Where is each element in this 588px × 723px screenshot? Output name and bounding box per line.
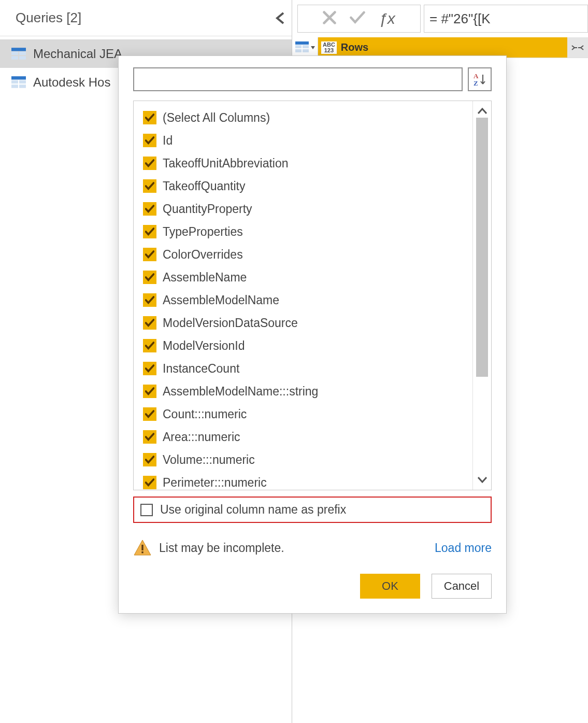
confirm-formula-icon[interactable] xyxy=(350,11,365,27)
formula-toolbar: ƒx xyxy=(297,5,421,33)
column-checklist-item[interactable]: AssembleName xyxy=(143,266,472,289)
column-checklist-item[interactable]: InstanceCount xyxy=(143,357,472,380)
checkmark-icon xyxy=(143,248,156,261)
scroll-up-icon[interactable] xyxy=(476,104,489,118)
checkmark-icon xyxy=(143,476,156,489)
use-original-prefix-checkbox[interactable]: Use original column name as prefix xyxy=(133,497,492,523)
column-checklist-item[interactable]: (Select All Columns) xyxy=(143,106,472,129)
load-more-link[interactable]: Load more xyxy=(435,541,492,555)
svg-text:Z: Z xyxy=(474,79,478,87)
checkmark-icon xyxy=(143,430,156,444)
checkmark-icon xyxy=(143,111,156,124)
warning-icon xyxy=(133,538,152,557)
scroll-down-icon[interactable] xyxy=(476,473,489,487)
svg-text:A: A xyxy=(474,72,479,80)
svg-rect-13 xyxy=(295,49,302,52)
svg-rect-14 xyxy=(303,49,309,52)
column-checklist-item[interactable]: ModelVersionDataSource xyxy=(143,311,472,334)
svg-rect-17 xyxy=(141,545,143,550)
column-name: TypeProperties xyxy=(163,225,243,239)
checkmark-icon xyxy=(143,271,156,284)
column-name: QuantityProperty xyxy=(163,202,252,216)
column-name: InstanceCount xyxy=(163,362,239,376)
column-checklist-item[interactable]: ColorOverrides xyxy=(143,243,472,266)
fx-icon[interactable]: ƒx xyxy=(379,11,395,26)
column-checklist-item[interactable]: AssembleModelName xyxy=(143,289,472,311)
collapse-pane-icon[interactable] xyxy=(274,12,286,24)
query-label: Autodesk Hos xyxy=(33,75,110,90)
svg-rect-3 xyxy=(11,56,18,59)
svg-rect-5 xyxy=(11,76,26,79)
column-name: Id xyxy=(163,134,173,148)
scroll-track[interactable] xyxy=(473,118,491,473)
checkmark-icon xyxy=(143,385,156,398)
table-options-button[interactable] xyxy=(292,37,318,58)
svg-rect-0 xyxy=(11,48,26,51)
checkmark-icon xyxy=(143,339,156,352)
column-name: AssembleModelName xyxy=(163,293,279,307)
svg-rect-4 xyxy=(19,56,26,59)
column-name: Area:::numeric xyxy=(163,430,240,444)
checkmark-icon xyxy=(143,202,156,216)
column-name: AssembleModelName:::string xyxy=(163,385,318,399)
checkmark-icon xyxy=(143,179,156,193)
column-label: Rows xyxy=(341,41,368,53)
cancel-formula-icon[interactable] xyxy=(323,11,336,27)
table-icon xyxy=(11,48,26,60)
svg-rect-2 xyxy=(19,51,26,54)
column-checklist-item[interactable]: Area:::numeric xyxy=(143,426,472,448)
column-name: ColorOverrides xyxy=(163,248,243,262)
prefix-label: Use original column name as prefix xyxy=(160,503,346,517)
column-checklist-item[interactable]: Perimeter:::numeric xyxy=(143,471,472,490)
column-header-rows[interactable]: ABC 123 Rows xyxy=(318,37,588,58)
column-checklist-item[interactable]: TakeoffQuantity xyxy=(143,175,472,197)
checkmark-icon xyxy=(143,225,156,238)
formula-input[interactable]: = #"26"{[K xyxy=(424,5,588,33)
column-checklist-item[interactable]: TypeProperties xyxy=(143,220,472,243)
scroll-thumb[interactable] xyxy=(476,118,488,377)
queries-title: Queries [2] xyxy=(16,10,81,26)
svg-rect-6 xyxy=(11,80,18,83)
sort-columns-button[interactable]: A Z xyxy=(468,67,492,91)
column-checklist-item[interactable]: Count:::numeric xyxy=(143,403,472,426)
column-search-input[interactable] xyxy=(133,67,463,91)
column-name: Volume:::numeric xyxy=(163,453,255,467)
column-name: Count:::numeric xyxy=(163,407,247,421)
expand-column-button[interactable] xyxy=(567,37,588,58)
column-name: ModelVersionId xyxy=(163,339,245,353)
column-checklist-item[interactable]: AssembleModelName:::string xyxy=(143,380,472,403)
checkmark-icon xyxy=(143,293,156,307)
svg-rect-10 xyxy=(295,41,309,45)
formula-bar: ƒx = #"26"{[K xyxy=(292,0,588,37)
column-name: ModelVersionDataSource xyxy=(163,316,298,330)
column-name: (Select All Columns) xyxy=(163,111,270,125)
ok-button[interactable]: OK xyxy=(360,574,420,599)
checkbox-icon xyxy=(140,504,153,516)
column-checklist-item[interactable]: QuantityProperty xyxy=(143,197,472,220)
svg-rect-18 xyxy=(141,551,143,553)
column-name: AssembleName xyxy=(163,271,247,285)
svg-rect-9 xyxy=(19,84,26,88)
svg-rect-1 xyxy=(11,51,18,54)
column-name: TakeoffUnitAbbreviation xyxy=(163,157,289,171)
svg-rect-11 xyxy=(295,45,302,48)
queries-header: Queries [2] xyxy=(0,0,292,36)
scrollbar[interactable] xyxy=(472,101,491,490)
warning-text: List may be incomplete. xyxy=(159,541,284,555)
column-name: TakeoffQuantity xyxy=(163,179,245,193)
formula-text: = #"26"{[K xyxy=(429,11,491,27)
column-checklist-item[interactable]: Id xyxy=(143,129,472,152)
checkmark-icon xyxy=(143,316,156,330)
checkmark-icon xyxy=(143,407,156,421)
svg-rect-12 xyxy=(303,45,309,48)
column-checklist-item[interactable]: Volume:::numeric xyxy=(143,448,472,471)
column-checklist-item[interactable]: TakeoffUnitAbbreviation xyxy=(143,152,472,175)
expand-columns-popup: A Z (Select All Columns)IdTakeoffUnitAbb… xyxy=(118,55,507,614)
checkmark-icon xyxy=(143,157,156,170)
checkmark-icon xyxy=(143,453,156,466)
column-checklist-item[interactable]: ModelVersionId xyxy=(143,334,472,357)
cancel-button[interactable]: Cancel xyxy=(432,574,492,599)
type-any-icon: ABC 123 xyxy=(321,41,337,54)
column-checklist: (Select All Columns)IdTakeoffUnitAbbrevi… xyxy=(133,101,492,490)
column-name: Perimeter:::numeric xyxy=(163,476,267,490)
